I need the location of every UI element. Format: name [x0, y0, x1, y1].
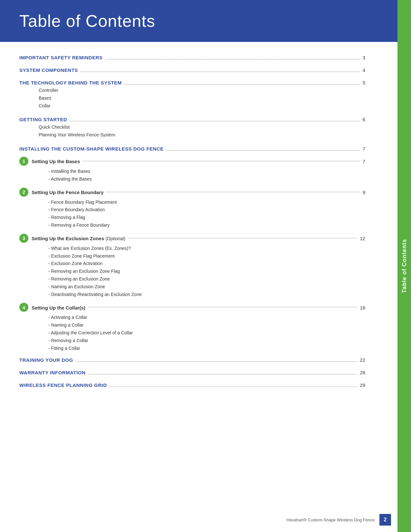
toc-numbered-section-2: 2 Setting Up the Fence Boundary 9 - Fenc…: [19, 188, 365, 229]
toc-dots-getting-started: [70, 121, 360, 121]
toc-sub-technology: Controller Bases Collar: [39, 87, 365, 110]
sub-entry: - Removing a Collar: [48, 337, 365, 345]
toc-page-training: 22: [360, 357, 365, 363]
toc-page-components: 4: [363, 67, 365, 73]
sub-entry: - Removing a Flag: [48, 214, 365, 222]
side-tab: Table of Contents: [397, 0, 411, 532]
toc-section-technology: THE TECHNOLOGY BEHIND THE SYSTEM 5 Contr…: [19, 80, 365, 110]
toc-page-safety: 3: [363, 55, 365, 60]
toc-numbered-label-3: Setting Up the Exclusion Zones (Optional…: [32, 236, 125, 241]
number-circle-1: 1: [19, 157, 28, 166]
toc-numbered-optional-3: (Optional): [105, 236, 125, 241]
toc-numbered-dots-1: [83, 161, 360, 161]
toc-numbered-page-2: 9: [363, 190, 365, 195]
sub-entry: - Fence Boundary Activation: [48, 206, 365, 214]
toc-numbered-dots-3: [128, 238, 357, 238]
toc-numbered-page-1: 7: [363, 159, 365, 164]
sub-entry: Quick Checklist: [39, 123, 365, 131]
toc-numbered-label-1: Setting Up the Bases: [32, 159, 80, 164]
toc-label-training: TRAINING YOUR DOG: [19, 357, 73, 363]
sub-entry: - Exclusion Zone Activation: [48, 260, 365, 268]
page-title: Table of Contents: [19, 11, 155, 31]
sub-entry: - Removing an Exclusion Zone: [48, 275, 365, 283]
toc-numbered-dots-4: [88, 307, 357, 307]
toc-numbered-label-2: Setting Up the Fence Boundary: [32, 190, 103, 195]
toc-dots-planning-grid: [110, 387, 357, 387]
toc-label-warranty: WARRANTY INFORMATION: [19, 370, 85, 375]
toc-label-technology: THE TECHNOLOGY BEHIND THE SYSTEM: [19, 80, 122, 85]
toc-dots-training: [76, 361, 357, 362]
number-circle-3: 3: [19, 234, 28, 243]
toc-dots-safety: [105, 59, 360, 59]
sub-entry: - Exclusion Zone Flag Placement: [48, 252, 365, 260]
toc-numbered-label-4: Setting Up the Collar(s): [32, 305, 85, 310]
side-tab-label: Table of Contents: [401, 239, 408, 293]
toc-page-planning-grid: 29: [360, 382, 365, 388]
sub-entry: - Activating the Bases: [48, 175, 365, 183]
toc-label-installing: INSTALLING THE CUSTOM-SHAPE WIRELESS DOG…: [19, 146, 163, 152]
toc-sub-getting-started: Quick Checklist Planning Your Wireless F…: [39, 123, 365, 139]
sub-entry: - Removing an Exclusion Zone Flag: [48, 268, 365, 275]
number-circle-2: 2: [19, 188, 28, 197]
toc-section-components: SYSTEM COMPONENTS 4: [19, 67, 365, 73]
toc-page-technology: 5: [363, 80, 365, 85]
header-banner: Table of Contents: [0, 0, 411, 42]
toc-numbered-sub-2: - Fence Boundary Flag Placement - Fence …: [48, 199, 365, 229]
sub-entry: Planning Your Wireless Fence System: [39, 131, 365, 139]
toc-section-training: TRAINING YOUR DOG 22: [19, 357, 365, 363]
sub-entry: - Installing the Bases: [48, 168, 365, 175]
sub-entry: - Naming a Collar: [48, 321, 365, 329]
toc-section-getting-started: GETTING STARTED 6 Quick Checklist Planni…: [19, 117, 365, 139]
main-content: IMPORTANT SAFETY REMINDERS 3 SYSTEM COMP…: [0, 42, 397, 408]
toc-section-planning-grid: WIRELESS FENCE PLANNING GRID 29: [19, 382, 365, 388]
sub-entry: Collar: [39, 102, 365, 110]
toc-label-safety: IMPORTANT SAFETY REMINDERS: [19, 55, 103, 60]
toc-section-safety: IMPORTANT SAFETY REMINDERS 3: [19, 55, 365, 60]
toc-page-getting-started: 6: [363, 117, 365, 122]
sub-entry: - Adjusting the Correction Level of a Co…: [48, 329, 365, 337]
toc-numbered-sub-1: - Installing the Bases - Activating the …: [48, 168, 365, 183]
toc-numbered-dots-2: [106, 192, 360, 192]
toc-label-planning-grid: WIRELESS FENCE PLANNING GRID: [19, 382, 107, 388]
sub-entry: - Activating a Collar: [48, 314, 365, 321]
toc-dots-warranty: [88, 374, 357, 374]
toc-section-warranty: WARRANTY INFORMATION 28: [19, 370, 365, 375]
footer: Havahart® Custom-Shape Wireless Dog Fenc…: [0, 514, 397, 526]
toc-numbered-section-3: 3 Setting Up the Exclusion Zones (Option…: [19, 234, 365, 299]
number-circle-4: 4: [19, 303, 28, 312]
toc-numbered-page-4: 18: [360, 305, 365, 310]
toc-dots-installing: [166, 150, 360, 151]
toc-page-warranty: 28: [360, 370, 365, 375]
toc-numbered-section-4: 4 Setting Up the Collar(s) 18 - Activati…: [19, 303, 365, 352]
sub-entry: Controller: [39, 87, 365, 94]
toc-numbered-sub-3: - What are Exclusion Zones (Ex. Zones)? …: [48, 245, 365, 299]
sub-entry: - Removing a Fence Boundary: [48, 222, 365, 229]
toc-numbered-section-1: 1 Setting Up the Bases 7 - Installing th…: [19, 157, 365, 183]
sub-entry: - Naming an Exclusion Zone: [48, 283, 365, 291]
toc-dots-components: [81, 72, 360, 72]
toc-section-installing: INSTALLING THE CUSTOM-SHAPE WIRELESS DOG…: [19, 146, 365, 152]
footer-brand-text: Havahart® Custom-Shape Wireless Dog Fenc…: [287, 517, 375, 522]
toc-dots-technology: [124, 84, 360, 84]
footer-page-number: 2: [379, 514, 391, 526]
toc-label-components: SYSTEM COMPONENTS: [19, 67, 78, 73]
sub-entry: - Deactivating /Reactivating an Exclusio…: [48, 291, 365, 299]
sub-entry: Bases: [39, 94, 365, 102]
toc-page-installing: 7: [363, 146, 365, 152]
toc-label-getting-started: GETTING STARTED: [19, 117, 67, 122]
toc-numbered-sub-4: - Activating a Collar - Naming a Collar …: [48, 314, 365, 352]
sub-entry: - Fitting a Collar: [48, 345, 365, 352]
sub-entry: - Fence Boundary Flag Placement: [48, 199, 365, 206]
toc-numbered-page-3: 12: [360, 236, 365, 241]
sub-entry: - What are Exclusion Zones (Ex. Zones)?: [48, 245, 365, 252]
